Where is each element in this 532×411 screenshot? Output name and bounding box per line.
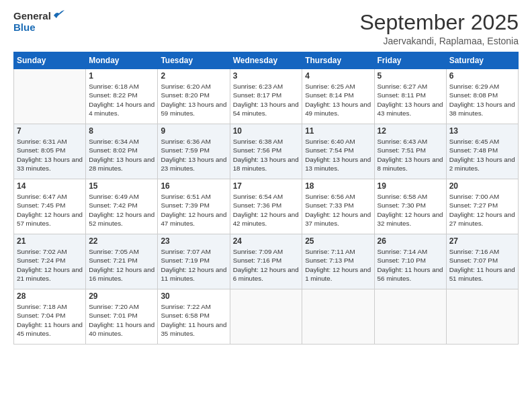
cell-info: Sunrise: 6:45 AMSunset: 7:48 PMDaylight:… (449, 137, 515, 173)
table-cell (374, 289, 446, 345)
table-cell: 24Sunrise: 7:09 AMSunset: 7:16 PMDayligh… (230, 234, 302, 289)
cell-info: Sunrise: 6:20 AMSunset: 8:20 PMDaylight:… (161, 82, 226, 118)
cell-day-number: 19 (378, 181, 443, 191)
table-cell: 19Sunrise: 6:58 AMSunset: 7:30 PMDayligh… (374, 179, 446, 234)
calendar-row: 14Sunrise: 6:47 AMSunset: 7:45 PMDayligh… (14, 179, 519, 234)
cell-info: Sunrise: 7:00 AMSunset: 7:27 PMDaylight:… (449, 192, 515, 228)
cell-info: Sunrise: 7:05 AMSunset: 7:21 PMDaylight:… (89, 247, 154, 283)
cell-day-number: 3 (233, 71, 300, 81)
cell-day-number: 17 (233, 181, 300, 191)
table-cell: 1Sunrise: 6:18 AMSunset: 8:22 PMDaylight… (86, 69, 158, 124)
cell-info: Sunrise: 7:11 AMSunset: 7:13 PMDaylight:… (305, 247, 371, 283)
table-cell: 9Sunrise: 6:36 AMSunset: 7:59 PMDaylight… (158, 124, 230, 179)
table-cell: 13Sunrise: 6:45 AMSunset: 7:48 PMDayligh… (446, 124, 518, 179)
cell-info: Sunrise: 6:58 AMSunset: 7:30 PMDaylight:… (378, 192, 443, 228)
cell-info: Sunrise: 6:25 AMSunset: 8:14 PMDaylight:… (305, 82, 371, 118)
cell-info: Sunrise: 7:14 AMSunset: 7:10 PMDaylight:… (378, 247, 443, 283)
table-cell: 16Sunrise: 6:51 AMSunset: 7:39 PMDayligh… (158, 179, 230, 234)
cell-info: Sunrise: 6:49 AMSunset: 7:42 PMDaylight:… (89, 192, 154, 228)
table-cell: 18Sunrise: 6:56 AMSunset: 7:33 PMDayligh… (302, 179, 374, 234)
cell-info: Sunrise: 7:20 AMSunset: 7:01 PMDaylight:… (89, 302, 154, 338)
cell-info: Sunrise: 6:40 AMSunset: 7:54 PMDaylight:… (305, 137, 371, 173)
table-cell: 22Sunrise: 7:05 AMSunset: 7:21 PMDayligh… (86, 234, 158, 289)
header: General Blue September 2025 Jaervakandi,… (13, 11, 519, 46)
cell-day-number: 7 (17, 126, 83, 136)
table-cell: 14Sunrise: 6:47 AMSunset: 7:45 PMDayligh… (14, 179, 86, 234)
table-cell: 12Sunrise: 6:43 AMSunset: 7:51 PMDayligh… (374, 124, 446, 179)
cell-day-number: 18 (305, 181, 371, 191)
cell-day-number: 2 (161, 71, 226, 81)
table-cell: 29Sunrise: 7:20 AMSunset: 7:01 PMDayligh… (86, 289, 158, 345)
table-cell: 28Sunrise: 7:18 AMSunset: 7:04 PMDayligh… (14, 289, 86, 345)
cell-info: Sunrise: 6:36 AMSunset: 7:59 PMDaylight:… (161, 137, 226, 173)
table-cell: 4Sunrise: 6:25 AMSunset: 8:14 PMDaylight… (302, 69, 374, 124)
cell-day-number: 15 (89, 181, 154, 191)
cell-day-number: 9 (161, 126, 226, 136)
table-cell (14, 69, 86, 124)
table-cell: 20Sunrise: 7:00 AMSunset: 7:27 PMDayligh… (446, 179, 518, 234)
table-cell: 26Sunrise: 7:14 AMSunset: 7:10 PMDayligh… (374, 234, 446, 289)
table-cell: 27Sunrise: 7:16 AMSunset: 7:07 PMDayligh… (446, 234, 518, 289)
col-friday: Friday (374, 52, 446, 69)
cell-day-number: 20 (449, 181, 515, 191)
cell-day-number: 4 (305, 71, 371, 81)
cell-info: Sunrise: 7:02 AMSunset: 7:24 PMDaylight:… (17, 247, 83, 283)
cell-day-number: 28 (17, 291, 83, 301)
calendar-row: 1Sunrise: 6:18 AMSunset: 8:22 PMDaylight… (14, 69, 519, 124)
table-cell: 11Sunrise: 6:40 AMSunset: 7:54 PMDayligh… (302, 124, 374, 179)
cell-info: Sunrise: 6:29 AMSunset: 8:08 PMDaylight:… (449, 82, 515, 118)
cell-info: Sunrise: 7:07 AMSunset: 7:19 PMDaylight:… (161, 247, 226, 283)
cell-info: Sunrise: 6:34 AMSunset: 8:02 PMDaylight:… (89, 137, 154, 173)
cell-day-number: 8 (89, 126, 154, 136)
table-cell: 30Sunrise: 7:22 AMSunset: 6:58 PMDayligh… (158, 289, 230, 345)
col-thursday: Thursday (302, 52, 374, 69)
cell-info: Sunrise: 6:31 AMSunset: 8:05 PMDaylight:… (17, 137, 83, 173)
cell-day-number: 16 (161, 181, 226, 191)
cell-info: Sunrise: 7:09 AMSunset: 7:16 PMDaylight:… (233, 247, 300, 283)
page: General Blue September 2025 Jaervakandi,… (0, 0, 532, 411)
cell-info: Sunrise: 7:22 AMSunset: 6:58 PMDaylight:… (161, 302, 226, 338)
cell-day-number: 25 (305, 236, 371, 246)
cell-info: Sunrise: 6:56 AMSunset: 7:33 PMDaylight:… (305, 192, 371, 228)
calendar-row: 7Sunrise: 6:31 AMSunset: 8:05 PMDaylight… (14, 124, 519, 179)
cell-day-number: 13 (449, 126, 515, 136)
table-cell: 15Sunrise: 6:49 AMSunset: 7:42 PMDayligh… (86, 179, 158, 234)
col-wednesday: Wednesday (230, 52, 302, 69)
logo-blue: Blue (13, 22, 36, 34)
cell-day-number: 23 (161, 236, 226, 246)
col-tuesday: Tuesday (158, 52, 230, 69)
cell-info: Sunrise: 6:38 AMSunset: 7:56 PMDaylight:… (233, 137, 300, 173)
calendar-row: 28Sunrise: 7:18 AMSunset: 7:04 PMDayligh… (14, 289, 519, 345)
table-cell: 25Sunrise: 7:11 AMSunset: 7:13 PMDayligh… (302, 234, 374, 289)
table-cell: 17Sunrise: 6:54 AMSunset: 7:36 PMDayligh… (230, 179, 302, 234)
logo-bird-icon (52, 10, 64, 19)
cell-day-number: 1 (89, 71, 154, 81)
cell-info: Sunrise: 6:43 AMSunset: 7:51 PMDaylight:… (378, 137, 443, 173)
subtitle: Jaervakandi, Raplamaa, Estonia (359, 36, 519, 46)
cell-info: Sunrise: 6:18 AMSunset: 8:22 PMDaylight:… (89, 82, 154, 118)
cell-day-number: 27 (449, 236, 515, 246)
calendar-header-row: Sunday Monday Tuesday Wednesday Thursday… (14, 52, 519, 69)
cell-day-number: 24 (233, 236, 300, 246)
table-cell: 23Sunrise: 7:07 AMSunset: 7:19 PMDayligh… (158, 234, 230, 289)
cell-info: Sunrise: 7:16 AMSunset: 7:07 PMDaylight:… (449, 247, 515, 283)
table-cell: 10Sunrise: 6:38 AMSunset: 7:56 PMDayligh… (230, 124, 302, 179)
col-sunday: Sunday (14, 52, 86, 69)
cell-day-number: 14 (17, 181, 83, 191)
calendar-row: 21Sunrise: 7:02 AMSunset: 7:24 PMDayligh… (14, 234, 519, 289)
col-saturday: Saturday (446, 52, 518, 69)
logo-general: General (13, 11, 51, 22)
cell-day-number: 26 (378, 236, 443, 246)
cell-info: Sunrise: 6:47 AMSunset: 7:45 PMDaylight:… (17, 192, 83, 228)
calendar-table: Sunday Monday Tuesday Wednesday Thursday… (13, 52, 519, 345)
cell-info: Sunrise: 6:54 AMSunset: 7:36 PMDaylight:… (233, 192, 300, 228)
cell-day-number: 11 (305, 126, 371, 136)
cell-day-number: 22 (89, 236, 154, 246)
cell-info: Sunrise: 6:51 AMSunset: 7:39 PMDaylight:… (161, 192, 226, 228)
table-cell: 6Sunrise: 6:29 AMSunset: 8:08 PMDaylight… (446, 69, 518, 124)
table-cell: 2Sunrise: 6:20 AMSunset: 8:20 PMDaylight… (158, 69, 230, 124)
main-title: September 2025 (359, 11, 519, 34)
cell-day-number: 29 (89, 291, 154, 301)
table-cell: 21Sunrise: 7:02 AMSunset: 7:24 PMDayligh… (14, 234, 86, 289)
col-monday: Monday (86, 52, 158, 69)
